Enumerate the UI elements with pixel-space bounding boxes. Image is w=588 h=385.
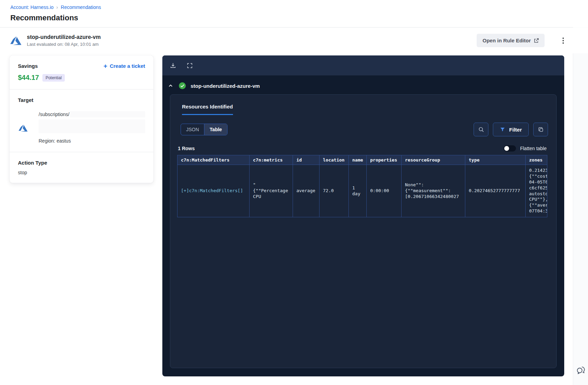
cell-id: average xyxy=(293,165,320,217)
page: Account: Harness.io › Recommendations Re… xyxy=(0,0,588,385)
cell-zones: 0.21423 {""cost 04-05T0 c6cf625 autosto … xyxy=(526,165,548,217)
action-type-label: Action Type xyxy=(18,160,145,166)
results-table: c7n:MatchedFilters c7n:metrics id locati… xyxy=(177,155,547,217)
collapse-button[interactable] xyxy=(167,82,174,89)
panel-title: stop-underutilized-azure-vm xyxy=(191,83,260,89)
redacted-path-segment xyxy=(70,111,145,117)
search-icon xyxy=(478,126,484,133)
column-header-c7n-metrics[interactable]: c7n:metrics xyxy=(250,155,293,165)
breadcrumb-separator: › xyxy=(56,4,58,10)
breadcrumb-account-link[interactable]: Account: Harness.io xyxy=(10,4,53,10)
target-block: /subscriptions/ Region: eastus xyxy=(18,111,145,144)
flatten-control: Flatten table xyxy=(504,145,547,152)
view-toggle-group: JSON Table xyxy=(181,124,227,135)
copy-button[interactable] xyxy=(533,123,548,136)
filter-button[interactable]: Filter xyxy=(493,123,529,136)
recommendation-name: stop-underutilized-azure-vm xyxy=(27,34,101,40)
view-toggle-json[interactable]: JSON xyxy=(181,124,204,135)
azure-resource-icon xyxy=(19,124,28,133)
fullscreen-button[interactable] xyxy=(185,61,194,70)
table-actions: Filter xyxy=(474,123,548,136)
column-header-c7n-matchedfilters[interactable]: c7n:MatchedFilters xyxy=(178,155,250,165)
savings-label: Savings xyxy=(18,63,38,69)
column-header-id[interactable]: id xyxy=(293,155,320,165)
results-panel: stop-underutilized-azure-vm Resources Id… xyxy=(162,55,564,376)
azure-logo-icon xyxy=(10,35,21,46)
redacted-path-line xyxy=(39,119,145,133)
create-ticket-label: Create a ticket xyxy=(110,63,145,69)
panel-toolbar xyxy=(162,55,564,75)
cell-location: 72.0 xyxy=(320,165,349,217)
open-rule-editor-button[interactable]: Open in Rule Editor xyxy=(477,34,545,47)
tabbar: Resources Identified xyxy=(170,95,556,115)
page-title: Recommendations xyxy=(10,13,578,27)
view-toggle-table[interactable]: Table xyxy=(204,124,227,135)
column-header-type[interactable]: type xyxy=(465,155,526,165)
fullscreen-icon xyxy=(186,62,193,69)
cell-resourcegroup: None"": {""measurement"": [0.20671066342… xyxy=(402,165,465,217)
column-header-location[interactable]: location xyxy=(320,155,349,165)
rows-line: 1 Rows Flatten table xyxy=(170,145,556,152)
action-type-section: Action Type stop xyxy=(10,152,153,183)
target-label: Target xyxy=(18,97,145,103)
panel-head: stop-underutilized-azure-vm xyxy=(162,75,564,94)
savings-section: Savings + Create a ticket $44.17 Potenti… xyxy=(10,55,153,89)
plus-icon: + xyxy=(103,64,107,69)
column-header-zones[interactable]: zones xyxy=(526,155,548,165)
download-icon xyxy=(170,62,176,69)
target-path: /subscriptions/ xyxy=(39,112,69,117)
savings-amount: $44.17 xyxy=(18,74,39,82)
success-check-icon xyxy=(179,82,186,89)
copy-icon xyxy=(538,126,544,133)
resources-panel: Resources Identified JSON Table xyxy=(170,94,557,368)
search-button[interactable] xyxy=(474,123,488,136)
filter-label: Filter xyxy=(509,127,522,133)
target-region: Region: eastus xyxy=(39,138,145,144)
recommendation-last-evaluated: Last evaluated on: 08 Apr, 10:01 am xyxy=(27,42,101,47)
topbar: Account: Harness.io › Recommendations Re… xyxy=(0,0,588,27)
toggle-knob xyxy=(504,146,509,151)
breadcrumb: Account: Harness.io › Recommendations xyxy=(10,4,578,10)
cell-type: 0.20274652777777777 xyxy=(465,165,526,217)
download-button[interactable] xyxy=(169,61,178,70)
table-row: [+]c7n:MatchedFilters[] " {""Percentage … xyxy=(178,165,548,217)
cell-name: 1 day xyxy=(349,165,367,217)
view-controls: JSON Table Filter xyxy=(170,123,556,136)
open-rule-editor-label: Open in Rule Editor xyxy=(483,38,531,43)
more-options-menu-icon[interactable] xyxy=(560,35,566,46)
chevron-up-icon xyxy=(168,83,173,88)
cell-properties: 0:00:00 xyxy=(367,165,402,217)
column-header-resourcegroup[interactable]: resourceGroup xyxy=(402,155,465,165)
create-ticket-button[interactable]: + Create a ticket xyxy=(103,63,145,69)
potential-badge: Potential xyxy=(42,74,65,82)
flatten-table-label: Flatten table xyxy=(520,146,547,151)
savings-card: Savings + Create a ticket $44.17 Potenti… xyxy=(10,55,153,183)
column-header-properties[interactable]: properties xyxy=(367,155,402,165)
external-link-icon xyxy=(534,38,539,43)
action-type-value: stop xyxy=(18,170,145,175)
tab-resources-identified[interactable]: Resources Identified xyxy=(182,104,233,115)
content: Savings + Create a ticket $44.17 Potenti… xyxy=(0,53,588,376)
breadcrumb-recommendations-link[interactable]: Recommendations xyxy=(61,4,101,10)
filter-funnel-icon xyxy=(500,127,505,132)
results-table-container[interactable]: c7n:MatchedFilters c7n:metrics id locati… xyxy=(177,155,547,217)
recommendation-titles: stop-underutilized-azure-vm Last evaluat… xyxy=(27,34,101,47)
flatten-table-toggle[interactable] xyxy=(504,145,516,152)
recommendation-header: stop-underutilized-azure-vm Last evaluat… xyxy=(0,28,588,53)
cell-matchedfilters-expand-link[interactable]: [+]c7n:MatchedFilters[] xyxy=(178,165,250,217)
rows-count: 1 Rows xyxy=(178,146,195,151)
target-section: Target /subscriptions/ Region: eastus xyxy=(10,90,153,152)
cell-c7n-metrics: " {""Percentage CPU xyxy=(250,165,293,217)
table-header-row: c7n:MatchedFilters c7n:metrics id locati… xyxy=(178,155,548,165)
column-header-name[interactable]: name xyxy=(349,155,367,165)
